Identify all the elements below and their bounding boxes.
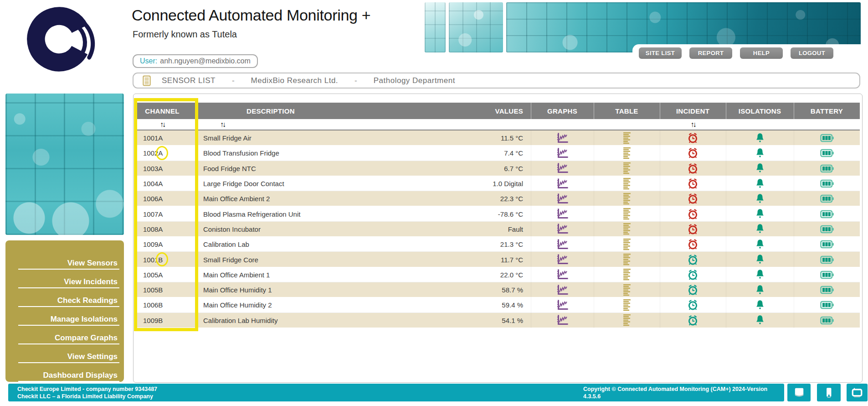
- incident-clock-icon[interactable]: [687, 284, 699, 296]
- isolation-bell-icon[interactable]: [755, 254, 765, 265]
- sensor-row: 1005A Main Office Ambient 1 22.0 °C: [137, 267, 860, 282]
- isolation-bell-icon[interactable]: [755, 162, 765, 174]
- graph-icon[interactable]: [556, 162, 569, 174]
- isolation-bell-icon[interactable]: [755, 208, 765, 220]
- display-screen-icon[interactable]: [847, 384, 868, 401]
- isolation-bell-icon[interactable]: [755, 269, 765, 281]
- table-icon[interactable]: [622, 132, 632, 145]
- sidebar-item-view-settings[interactable]: View Settings: [18, 352, 119, 363]
- table-icon[interactable]: [622, 253, 632, 266]
- graph-icon[interactable]: [556, 208, 569, 220]
- table-icon[interactable]: [622, 238, 632, 251]
- isolation-bell-icon[interactable]: [755, 223, 765, 235]
- desktop-app-icon[interactable]: [787, 384, 811, 401]
- banner-art-small: [425, 2, 446, 52]
- isolation-bell-icon[interactable]: [755, 314, 765, 326]
- description-cell: Calibration Lab Humidity: [187, 317, 456, 324]
- brand-logo: [26, 2, 100, 77]
- description-cell: Small Fridge Core: [187, 256, 456, 264]
- help-button[interactable]: HELP: [740, 47, 783, 59]
- table-icon[interactable]: [622, 162, 632, 175]
- isolation-bell-icon[interactable]: [755, 132, 765, 144]
- table-icon[interactable]: [622, 314, 632, 327]
- app-window: Connected Automated Monitoring + Formerl…: [0, 0, 868, 406]
- table-icon[interactable]: [622, 147, 632, 160]
- sensor-row: 1005B Main Office Humidity 1 58.7 %: [137, 282, 860, 297]
- sidebar-item-view-incidents[interactable]: View Incidents: [18, 277, 119, 288]
- incident-clock-icon[interactable]: [687, 132, 699, 144]
- value-cell: Fault: [456, 225, 531, 233]
- mobile-app-icon[interactable]: [817, 384, 841, 401]
- sensor-row: 1006B Main Office Humidity 2 59.4 %: [137, 297, 860, 312]
- table-icon[interactable]: [622, 177, 632, 190]
- incident-clock-icon[interactable]: [687, 193, 699, 205]
- sensor-row: 1009A Calibration Lab 21.3 °C: [137, 237, 860, 252]
- sort-channel-button[interactable]: ↑↓: [158, 121, 166, 128]
- channel-cell: 1009B: [137, 317, 187, 324]
- sort-incident-button[interactable]: ↑↓: [689, 121, 697, 128]
- sort-description-button[interactable]: ↑↓: [218, 121, 226, 128]
- graph-icon[interactable]: [556, 239, 569, 250]
- table-icon[interactable]: [622, 208, 632, 220]
- user-badge: User: anh.nguyen@medixbio.com: [133, 54, 258, 68]
- incident-clock-icon[interactable]: [687, 299, 699, 311]
- isolation-bell-icon[interactable]: [755, 193, 765, 205]
- incident-clock-icon[interactable]: [687, 177, 699, 190]
- graph-icon[interactable]: [556, 193, 569, 205]
- isolation-bell-icon[interactable]: [755, 239, 765, 250]
- graph-icon[interactable]: [556, 132, 569, 144]
- incident-clock-icon[interactable]: [687, 208, 699, 220]
- channel-cell: 1006B: [137, 301, 187, 309]
- sidebar-item-view-sensors[interactable]: View Sensors: [18, 259, 119, 270]
- graph-icon[interactable]: [556, 254, 569, 265]
- sidebar-item-check-readings[interactable]: Check Readings: [18, 296, 119, 307]
- incident-clock-icon[interactable]: [687, 269, 699, 281]
- description-cell: Calibration Lab: [187, 240, 456, 248]
- value-cell: 7.4 °C: [456, 149, 531, 157]
- description-cell: Large Fridge Door Contact: [187, 180, 456, 187]
- isolation-bell-icon[interactable]: [755, 284, 765, 296]
- isolation-bell-icon[interactable]: [755, 299, 765, 311]
- incident-clock-icon[interactable]: [687, 254, 699, 266]
- sensor-list-panel: CHANNEL DESCRIPTION VALUES GRAPHS TABLE …: [133, 94, 863, 383]
- battery-icon: [820, 285, 834, 295]
- table-icon[interactable]: [622, 223, 632, 235]
- incident-clock-icon[interactable]: [687, 162, 699, 175]
- incident-clock-icon[interactable]: [687, 314, 699, 327]
- logout-button[interactable]: LOGOUT: [791, 47, 833, 59]
- graph-icon[interactable]: [556, 269, 569, 281]
- battery-icon: [820, 300, 834, 310]
- channel-cell: 1003A: [137, 165, 187, 172]
- sidebar-item-dashboard-displays[interactable]: Dashboard Displays: [18, 371, 119, 382]
- report-button[interactable]: REPORT: [689, 47, 732, 59]
- sensor-row: 1001B Small Fridge Core 11.7 °C: [137, 252, 860, 267]
- table-icon[interactable]: [622, 268, 632, 281]
- footer-bar: Checkit Europe Limited - company number …: [8, 384, 784, 401]
- battery-icon: [820, 133, 834, 143]
- isolation-bell-icon[interactable]: [755, 178, 765, 190]
- sidebar-artwork: [5, 94, 124, 235]
- graph-icon[interactable]: [556, 223, 569, 235]
- incident-clock-icon[interactable]: [687, 147, 699, 159]
- sidebar-item-manage-isolations[interactable]: Manage Isolations: [18, 315, 119, 326]
- battery-icon: [820, 270, 834, 280]
- value-cell: 22.3 °C: [456, 195, 531, 203]
- sidebar-item-compare-graphs[interactable]: Compare Graphs: [18, 333, 119, 344]
- table-icon[interactable]: [622, 193, 632, 205]
- graph-icon[interactable]: [556, 284, 569, 296]
- graph-icon[interactable]: [556, 147, 569, 159]
- graph-icon[interactable]: [556, 299, 569, 311]
- column-header-values: VALUES: [456, 103, 531, 119]
- graph-icon[interactable]: [556, 314, 569, 326]
- site-list-button[interactable]: SITE LIST: [639, 47, 682, 59]
- incident-clock-icon[interactable]: [687, 238, 699, 250]
- isolation-bell-icon[interactable]: [755, 147, 765, 159]
- table-icon[interactable]: [622, 284, 632, 297]
- incident-clock-icon[interactable]: [687, 223, 699, 235]
- graph-icon[interactable]: [556, 178, 569, 190]
- table-icon[interactable]: [622, 299, 632, 312]
- footer-copyright: Copyright © Connected Automated Monitori…: [583, 385, 784, 400]
- channel-cell: 1001A: [137, 134, 187, 142]
- breadcrumb-site: MedixBio Research Ltd.: [251, 76, 338, 85]
- battery-icon: [820, 209, 834, 219]
